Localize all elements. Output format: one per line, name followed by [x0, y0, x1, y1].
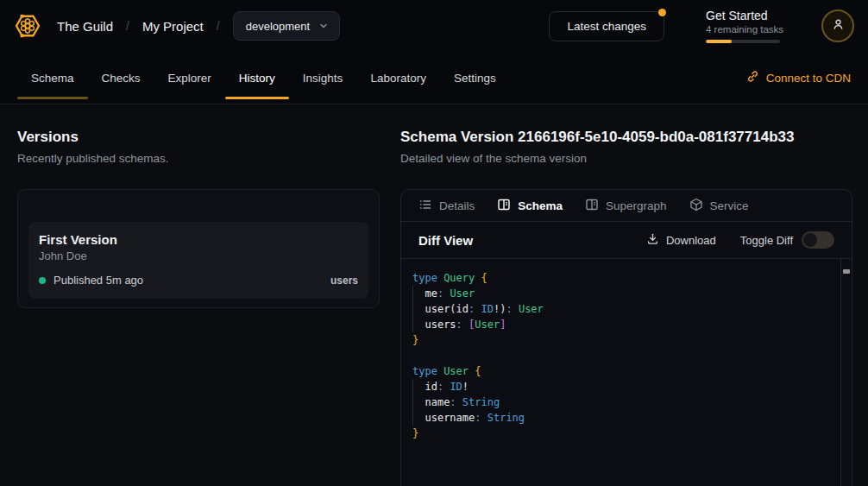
published-status-dot: [39, 277, 46, 284]
breadcrumb-separator: /: [126, 19, 129, 33]
download-label: Download: [666, 234, 716, 247]
person-icon: [831, 17, 846, 35]
columns-icon: [585, 198, 599, 214]
code-line: [412, 348, 834, 363]
code-line: type Query {: [412, 270, 834, 286]
connect-to-cdn-label: Connect to CDN: [766, 72, 851, 85]
primary-tabs: SchemaChecksExplorerHistoryInsightsLabor…: [17, 52, 510, 104]
code-line: name: String: [412, 394, 834, 410]
version-list-item[interactable]: First Version John Doe Published 5m ago …: [28, 222, 368, 299]
code-line: id: ID!: [412, 379, 834, 394]
hive-logo-icon[interactable]: [12, 10, 43, 41]
get-started-progressbar: [706, 40, 780, 43]
breadcrumb-org[interactable]: The Guild: [57, 19, 113, 34]
code-line: user(id: ID!): User: [412, 301, 834, 317]
schema-code: type Query { me: User user(id: ID!): Use…: [401, 259, 852, 441]
code-line: }: [412, 426, 834, 441]
detail-tab-label: Supergraph: [606, 199, 667, 212]
code-line: }: [412, 332, 834, 348]
tab-laboratory[interactable]: Laboratory: [356, 52, 440, 104]
tab-insights[interactable]: Insights: [289, 52, 357, 104]
detail-tab-service[interactable]: Service: [689, 198, 749, 214]
download-button[interactable]: Download: [646, 232, 716, 248]
breadcrumb-separator: /: [217, 19, 220, 33]
code-line: me: User: [412, 286, 834, 301]
versions-panel: Versions Recently published schemas. Fir…: [17, 128, 380, 486]
detail-tab-label: Details: [439, 199, 475, 212]
diff-view-title: Diff View: [418, 233, 473, 248]
tab-schema[interactable]: Schema: [17, 52, 88, 104]
primary-nav: SchemaChecksExplorerHistoryInsightsLabor…: [0, 52, 868, 104]
target-selector-dropdown[interactable]: development: [233, 11, 340, 41]
indent-guide: [412, 379, 413, 426]
tab-underline: [17, 97, 88, 99]
latest-changes-label: Latest changes: [567, 20, 646, 33]
tab-checks[interactable]: Checks: [88, 52, 154, 104]
connect-to-cdn-button[interactable]: Connect to CDN: [746, 70, 851, 85]
versions-title: Versions: [17, 128, 380, 147]
cube-icon: [689, 198, 703, 214]
schema-version-subtitle: Detailed view of the schema version: [400, 151, 852, 167]
code-line: users: [User]: [412, 317, 834, 332]
get-started-progress-fill: [706, 40, 732, 43]
link-icon: [746, 70, 759, 85]
schema-version-detail: Schema Version 2166196f-5e10-4059-bd0a-0…: [400, 128, 852, 486]
version-status-row: Published 5m ago users: [39, 274, 358, 287]
service-badge: users: [330, 275, 358, 287]
detail-tabs: DetailsSchemaSupergraphService: [401, 190, 852, 222]
schema-code-viewer[interactable]: type Query { me: User user(id: ID!): Use…: [401, 259, 852, 486]
code-line: type User {: [412, 363, 834, 379]
chevron-down-icon: [318, 21, 329, 31]
main-content: Versions Recently published schemas. Fir…: [0, 104, 868, 486]
tab-underline: [225, 97, 289, 99]
detail-tab-schema[interactable]: Schema: [497, 198, 563, 214]
get-started-subtitle: 4 remaining tasks: [706, 24, 785, 35]
tab-history[interactable]: History: [225, 52, 289, 104]
get-started-title: Get Started: [706, 9, 785, 22]
version-status-text: Published 5m ago: [53, 274, 143, 287]
tab-explorer[interactable]: Explorer: [154, 52, 225, 104]
latest-changes-button[interactable]: Latest changes: [549, 11, 664, 41]
user-avatar[interactable]: [821, 9, 854, 42]
detail-tab-label: Schema: [518, 199, 563, 212]
top-bar: The Guild / My Project / development Lat…: [0, 0, 868, 52]
versions-list: First Version John Doe Published 5m ago …: [17, 189, 380, 308]
get-started-widget[interactable]: Get Started 4 remaining tasks: [706, 9, 785, 43]
detail-tab-supergraph[interactable]: Supergraph: [585, 198, 667, 214]
download-icon: [646, 232, 659, 248]
code-scrollbar-thumb[interactable]: [843, 269, 850, 274]
indent-guide: [412, 286, 413, 332]
schema-version-title: Schema Version 2166196f-5e10-4059-bd0a-0…: [400, 128, 852, 147]
version-author: John Doe: [39, 249, 358, 262]
schema-detail-panel: DetailsSchemaSupergraphService Diff View…: [400, 189, 852, 486]
toggle-diff-knob: [803, 233, 817, 247]
target-selector-value: development: [246, 20, 310, 33]
toggle-diff-switch[interactable]: [802, 231, 834, 249]
tab-settings[interactable]: Settings: [440, 52, 510, 104]
version-name: First Version: [39, 232, 358, 247]
breadcrumb-project[interactable]: My Project: [142, 19, 204, 34]
versions-subtitle: Recently published schemas.: [17, 151, 380, 167]
diff-toolbar: Diff View Download Toggle Diff: [401, 222, 852, 259]
columns-icon: [497, 198, 511, 214]
code-line: username: String: [412, 410, 834, 426]
list-icon: [418, 198, 432, 214]
code-scrollbar[interactable]: [840, 259, 852, 486]
detail-tab-label: Service: [710, 199, 749, 212]
detail-tab-details[interactable]: Details: [418, 198, 475, 214]
toggle-diff-label: Toggle Diff: [740, 234, 793, 247]
notification-dot: [658, 9, 666, 16]
